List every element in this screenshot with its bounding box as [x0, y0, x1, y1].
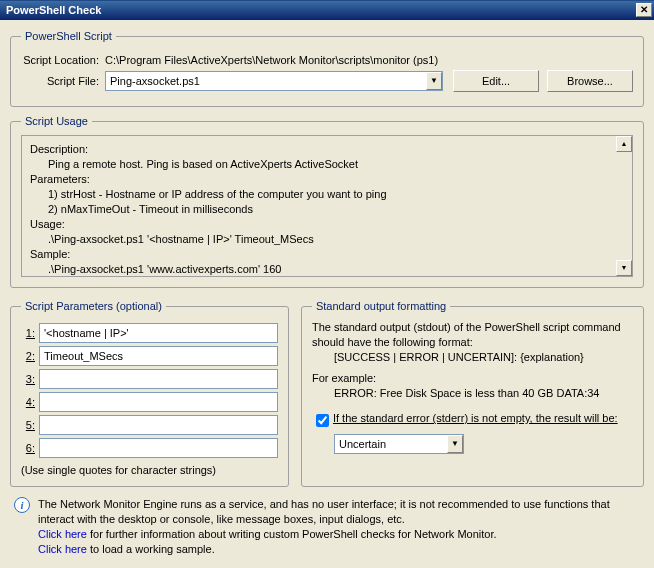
- usage-param-2: 2) nMaxTimeOut - Timeout in milliseconds: [30, 202, 624, 217]
- standard-output-legend: Standard output formatting: [312, 300, 450, 312]
- script-usage-group: Script Usage Description: Ping a remote …: [10, 115, 644, 288]
- stdout-intro: The standard output (stdout) of the Powe…: [312, 320, 633, 350]
- usage-usage-text: .\Ping-axsocket.ps1 '<hostname | IP>' Ti…: [30, 232, 624, 247]
- usage-sample-label: Sample:: [30, 247, 624, 262]
- param-input-2[interactable]: [39, 346, 278, 366]
- script-usage-legend: Script Usage: [21, 115, 92, 127]
- script-usage-text: Description: Ping a remote host. Ping is…: [30, 142, 624, 277]
- script-file-combo[interactable]: [105, 71, 443, 91]
- usage-description-label: Description:: [30, 142, 624, 157]
- powershell-script-group: PowerShell Script Script Location: C:\Pr…: [10, 30, 644, 107]
- powershell-script-legend: PowerShell Script: [21, 30, 116, 42]
- param-input-4[interactable]: [39, 392, 278, 412]
- info-icon: i: [14, 497, 30, 513]
- info-link-more[interactable]: Click here: [38, 528, 87, 540]
- params-note: (Use single quotes for character strings…: [21, 464, 278, 476]
- param-label-3: 3:: [21, 373, 39, 385]
- script-usage-box: Description: Ping a remote host. Ping is…: [21, 135, 633, 277]
- stderr-checkbox[interactable]: [316, 414, 329, 427]
- usage-usage-label: Usage:: [30, 217, 624, 232]
- window-title: PowerShell Check: [6, 4, 101, 16]
- chevron-down-icon[interactable]: ▼: [426, 72, 442, 90]
- stdout-format: [SUCCESS | ERROR | UNCERTAIN]: {explanat…: [312, 350, 633, 365]
- script-location-label: Script Location:: [21, 54, 105, 66]
- usage-parameters-label: Parameters:: [30, 172, 624, 187]
- usage-description-text: Ping a remote host. Ping is based on Act…: [30, 157, 624, 172]
- stdout-example-label: For example:: [312, 371, 633, 386]
- scroll-down-icon[interactable]: ▼: [616, 260, 632, 276]
- info-text-main: The Network Monitor Engine runs as a ser…: [38, 497, 640, 527]
- param-label-6: 6:: [21, 442, 39, 454]
- stderr-label: If the standard error (stderr) is not em…: [333, 411, 618, 426]
- edit-button[interactable]: Edit...: [453, 70, 539, 92]
- param-input-5[interactable]: [39, 415, 278, 435]
- param-label-2: 2:: [21, 350, 39, 362]
- scroll-up-icon[interactable]: ▲: [616, 136, 632, 152]
- info-link-sample-rest: to load a working sample.: [87, 543, 215, 555]
- param-input-3[interactable]: [39, 369, 278, 389]
- script-parameters-legend: Script Parameters (optional): [21, 300, 166, 312]
- standard-output-group: Standard output formatting The standard …: [301, 300, 644, 487]
- browse-button[interactable]: Browse...: [547, 70, 633, 92]
- script-file-label: Script File:: [21, 75, 105, 87]
- usage-scrollbar[interactable]: ▲ ▼: [616, 136, 632, 276]
- stdout-example-text: ERROR: Free Disk Space is less than 40 G…: [312, 386, 633, 401]
- info-link-sample[interactable]: Click here: [38, 543, 87, 555]
- usage-sample-text: .\Ping-axsocket.ps1 'www.activexperts.co…: [30, 262, 624, 277]
- close-icon[interactable]: ✕: [636, 3, 652, 17]
- param-label-5: 5:: [21, 419, 39, 431]
- stderr-result-combo[interactable]: [334, 434, 464, 454]
- script-location-value: C:\Program Files\ActiveXperts\Network Mo…: [105, 54, 633, 66]
- info-link-more-rest: for further information about writing cu…: [87, 528, 497, 540]
- script-parameters-group: Script Parameters (optional) 1: 2: 3: 4:…: [10, 300, 289, 487]
- param-label-1: 1:: [21, 327, 39, 339]
- chevron-down-icon[interactable]: ▼: [447, 435, 463, 453]
- param-input-6[interactable]: [39, 438, 278, 458]
- param-label-4: 4:: [21, 396, 39, 408]
- usage-param-1: 1) strHost - Hostname or IP address of t…: [30, 187, 624, 202]
- param-input-1[interactable]: [39, 323, 278, 343]
